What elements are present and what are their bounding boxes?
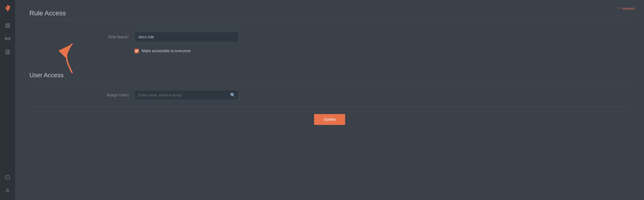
make-accessible-wrapper: Make accessible to everyone xyxy=(134,49,190,53)
make-accessible-row: Make accessible to everyone xyxy=(29,49,630,53)
search-input-wrapper: 🔍 xyxy=(134,90,239,100)
svg-rect-3 xyxy=(8,26,10,27)
update-button-row: Update xyxy=(29,114,630,125)
app-logo[interactable] xyxy=(3,4,12,13)
sidebar-item-broadcast[interactable] xyxy=(3,34,12,43)
svg-point-10 xyxy=(7,189,8,190)
svg-rect-0 xyxy=(6,24,7,25)
assign-users-input[interactable] xyxy=(134,90,239,100)
rule-name-input[interactable] xyxy=(134,32,239,42)
user-access-divider xyxy=(29,83,630,83)
make-accessible-label: Make accessible to everyone xyxy=(142,49,190,53)
assign-users-row: Assign Users 🔍 xyxy=(29,90,630,100)
sidebar-item-profile[interactable] xyxy=(3,186,12,195)
main-content: * * required Rule Access Rule Name* Make… xyxy=(15,0,644,200)
update-button[interactable]: Update xyxy=(314,114,345,125)
svg-rect-1 xyxy=(8,24,10,25)
required-indicator: * * required xyxy=(618,7,634,10)
sidebar-item-info[interactable] xyxy=(3,173,12,182)
sidebar-item-documents[interactable] xyxy=(3,47,12,57)
sidebar-bottom xyxy=(3,172,12,196)
rule-name-section: Rule Name* Make accessible to everyone xyxy=(29,25,630,67)
page-title: Rule Access xyxy=(29,9,630,17)
user-access-section-title: User Access xyxy=(29,67,630,83)
svg-point-4 xyxy=(7,38,8,39)
svg-rect-2 xyxy=(6,26,7,27)
title-divider xyxy=(29,21,630,21)
make-accessible-checkbox[interactable] xyxy=(134,49,139,53)
search-icon: 🔍 xyxy=(230,93,236,98)
assign-users-label: Assign Users xyxy=(100,93,129,97)
rule-name-row: Rule Name* xyxy=(29,32,630,42)
rule-name-label: Rule Name* xyxy=(100,35,129,39)
sidebar xyxy=(0,0,15,200)
sidebar-item-dashboard[interactable] xyxy=(3,21,12,30)
bottom-divider xyxy=(29,107,630,107)
